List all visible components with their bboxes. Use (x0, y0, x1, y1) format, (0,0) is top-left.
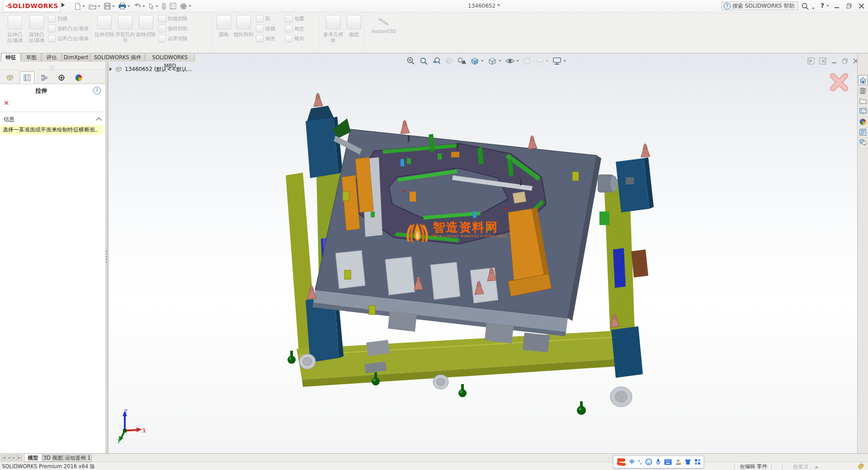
tab-first-icon[interactable]: |◀ (1, 455, 6, 461)
tab-3d-views[interactable]: 3D 视图 (42, 454, 63, 462)
zoom-to-fit-icon[interactable] (405, 55, 417, 67)
ime-skin-icon[interactable] (684, 459, 691, 465)
featuremanager-tab[interactable] (3, 71, 17, 84)
tab-solidworks-mbd[interactable]: SOLIDWORKS MBD (145, 53, 195, 61)
doc-restore-icon[interactable] (842, 58, 848, 64)
command-tabs: 特征 草图 评估 DimXpert SOLIDWORKS 插件 SOLIDWOR… (0, 53, 196, 62)
ime-mode[interactable]: 中 (629, 458, 635, 466)
search-help-input[interactable]: ? 搜索 SOLIDWORKS 帮助 (722, 1, 798, 10)
minimize-icon[interactable] (834, 3, 840, 9)
window-controls (834, 0, 864, 12)
version-text: SOLIDWORKS Premium 2016 x64 版 (2, 463, 95, 470)
options-button[interactable] (179, 1, 193, 11)
close-icon[interactable] (859, 3, 864, 9)
manager-tabs (0, 70, 105, 84)
new-file-button[interactable] (73, 1, 86, 11)
splitter-grip-icon (106, 251, 107, 263)
save-button[interactable] (103, 1, 116, 11)
search-button[interactable] (801, 2, 809, 10)
help-button[interactable]: ? (821, 2, 829, 9)
propertymanager-tab[interactable] (20, 71, 34, 84)
message-group-header[interactable]: 信息 (4, 116, 14, 123)
pm-message: 选择一基准面或平面来绘制特征横断面。 (1, 125, 103, 135)
part-icon (115, 66, 122, 72)
search-dropdown-icon[interactable] (811, 5, 815, 11)
doc-minimize-icon[interactable] (831, 58, 837, 64)
tab-model[interactable]: 模型 (24, 454, 42, 462)
pm-cancel-icon[interactable]: ✕ (4, 100, 9, 106)
custom-properties-button[interactable] (858, 127, 868, 137)
model-tabs-bar: |◀◀▶▶| 模型 3D 视图 运动算例 1 (0, 453, 868, 462)
ime-punct[interactable]: °, (638, 460, 642, 465)
hide-show-items-icon[interactable] (503, 55, 521, 67)
configurationmanager-tab[interactable] (37, 71, 52, 84)
tab-features[interactable]: 特征 (1, 53, 21, 61)
rebuild-button[interactable] (160, 1, 167, 11)
view-palette-icon (859, 108, 867, 115)
feature-title: 拉伸 (35, 87, 47, 95)
dimxpertmanager-tab[interactable] (54, 71, 69, 84)
tab-dimxpert[interactable]: DimXpert (62, 53, 90, 61)
tab-motion-study[interactable]: 运动算例 1 (64, 454, 92, 462)
ime-profile-icon[interactable] (675, 459, 681, 465)
print-button[interactable] (117, 1, 132, 11)
ime-keyboard-icon[interactable] (664, 459, 672, 465)
tab-last-icon[interactable]: ▶| (17, 455, 22, 461)
svg-text:A: A (462, 60, 466, 66)
apply-scene-icon[interactable] (533, 55, 550, 67)
pm-help-icon[interactable]: ? (93, 87, 101, 94)
ime-toolbox-icon[interactable] (694, 459, 701, 465)
triad-x-label: X (142, 428, 146, 434)
panel-vertical-splitter[interactable] (105, 62, 108, 453)
ime-emoji-icon[interactable] (645, 458, 652, 465)
tab-solidworks-addins[interactable]: SOLIDWORKS 插件 (90, 53, 145, 61)
previous-view-icon[interactable] (430, 55, 443, 67)
feature-tree-flyout[interactable]: 13460652 (默认<<默认... (109, 65, 192, 74)
tree-expand-icon[interactable] (109, 67, 112, 71)
splitter-knob-icon[interactable] (50, 66, 54, 70)
tab-next-icon[interactable]: ▶ (12, 455, 17, 461)
customize-arrow-icon[interactable] (815, 466, 818, 468)
appearances-button[interactable] (858, 117, 868, 127)
customize-button[interactable]: 自定义 (793, 463, 809, 470)
view-settings-icon[interactable] (550, 55, 568, 67)
tree-root-label[interactable]: 13460652 (默认<<默认... (125, 66, 192, 73)
restore-icon[interactable] (846, 3, 852, 9)
annotation-views-icon[interactable]: A (455, 55, 468, 67)
tag-icon[interactable] (857, 463, 864, 470)
file-properties-button[interactable] (168, 1, 178, 11)
pane-previous-icon[interactable] (807, 57, 815, 65)
dimxpertmanager-icon (58, 74, 65, 81)
books-icon (859, 87, 866, 94)
select-button[interactable] (147, 1, 160, 11)
confirmation-corner-cancel-icon[interactable] (827, 70, 851, 94)
ime-toolbar: 中 °, (613, 456, 704, 468)
tab-evaluate[interactable]: 评估 (42, 53, 61, 61)
display-style-icon[interactable] (486, 55, 503, 67)
collapse-chevron-icon[interactable] (96, 117, 102, 123)
forum-button[interactable] (858, 137, 868, 147)
section-view-icon[interactable] (443, 55, 455, 67)
panel-splitter[interactable] (0, 62, 105, 70)
orientation-triad: Z X Y (114, 408, 146, 444)
file-explorer-button[interactable] (858, 96, 868, 106)
design-library-button[interactable] (858, 85, 868, 95)
ime-mic-icon[interactable] (656, 458, 661, 465)
view-orientation-icon[interactable] (468, 55, 486, 67)
edit-appearance-icon[interactable] (521, 55, 533, 67)
tab-prev-icon[interactable]: ◀ (6, 455, 11, 461)
zoom-to-area-icon[interactable] (417, 55, 430, 67)
displaymanager-tab[interactable] (71, 71, 86, 84)
open-file-button[interactable] (87, 1, 102, 11)
menu-flyout-icon[interactable] (61, 3, 65, 7)
sogou-logo-icon[interactable] (616, 458, 626, 466)
watermark-subtitle: INTELLIGENT MANUFACTURING DATA (433, 235, 507, 238)
solidworks-logo: ∂S SOLIDWORKS (3, 0, 61, 12)
resources-button[interactable] (858, 75, 868, 85)
undo-button[interactable] (132, 1, 146, 11)
tab-sketch[interactable]: 草图 (21, 53, 41, 61)
pane-next-icon[interactable] (819, 57, 826, 65)
chat-bubbles-icon (859, 139, 867, 146)
view-palette-button[interactable] (858, 106, 868, 116)
document-title: 13460652 * (468, 3, 500, 9)
